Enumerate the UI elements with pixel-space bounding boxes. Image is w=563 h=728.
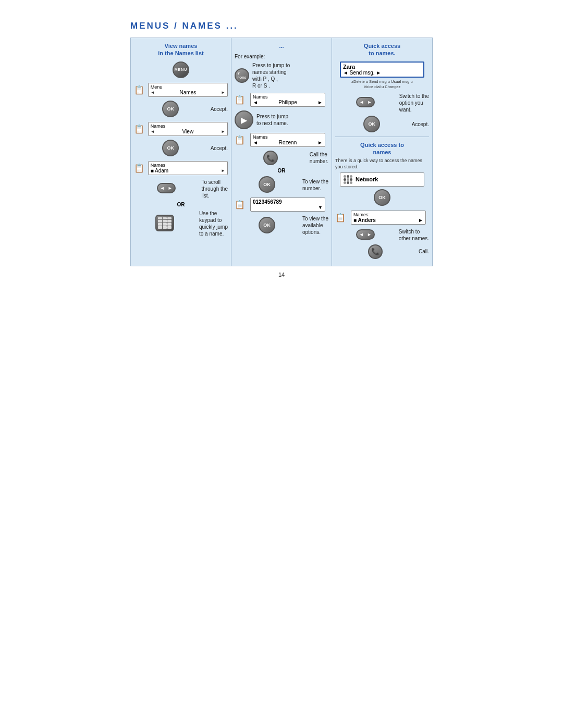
accept3-label: Accept. — [412, 121, 429, 128]
arrow-right4: ► — [317, 100, 323, 105]
book-icon2: 📋 — [134, 123, 145, 134]
view-number-label: To view the number. — [302, 178, 328, 192]
pqrs-button[interactable]: 7PQRS — [235, 68, 249, 83]
menu-label: MENU — [175, 68, 188, 71]
pqrs-row: 7PQRS Press to jump tonames startingwith… — [235, 62, 328, 89]
accept3-row: OK Accept. — [335, 116, 429, 133]
number-box: 0123456789 ▼ — [250, 198, 325, 212]
kd11 — [163, 226, 167, 229]
jump-next-button[interactable]: ▶ — [235, 110, 253, 129]
names-box-adam: Names ■ Adam ► — [148, 161, 228, 175]
menu-button[interactable]: MENU — [173, 61, 189, 78]
keypad-row: Use thekeypad toquickly jumpto a name. — [134, 210, 228, 237]
arrow-left2: ◄ — [151, 129, 155, 134]
arrow-right1: ► — [221, 90, 225, 95]
view-number-button[interactable]: OK — [259, 176, 275, 193]
call-row: 📞 Call the number. — [235, 151, 328, 165]
jump-next-label: Press to jumpto next name. — [256, 113, 288, 127]
kd7 — [158, 223, 162, 226]
names-box1: Menu ◄ Names ► — [148, 83, 228, 97]
book-icon6: 📋 — [235, 200, 245, 209]
kd1 — [158, 217, 162, 220]
col1: View names in the Names list MENU 📋 Menu… — [131, 38, 231, 266]
names-value5: Rozenn — [279, 140, 297, 145]
kd6 — [167, 220, 172, 223]
page-number: 14 — [130, 272, 433, 278]
nav-right-icon: ► — [168, 186, 173, 191]
accept3-button[interactable]: OK — [363, 116, 380, 132]
for-example: For example: — [235, 54, 328, 59]
nd6 — [350, 178, 352, 181]
kd2 — [163, 217, 167, 220]
book-icon5: 📋 — [235, 135, 245, 145]
names-view-row: 📋 Names ◄ View ► — [134, 121, 228, 137]
arrow-left5: ◄ — [253, 140, 258, 145]
pqrs-label: 7PQRS — [237, 71, 246, 80]
nd1 — [344, 175, 346, 178]
nd9 — [350, 181, 352, 184]
quick-desc: There is a quick way to access the names… — [335, 158, 429, 170]
page-title: MENUS / NAMES ... — [130, 21, 433, 31]
accept2-button[interactable]: OK — [162, 140, 179, 156]
accept1-row: OK Accept. — [134, 101, 228, 118]
view-options-label: To view the available options. — [302, 215, 328, 236]
arrow-left4: ◄ — [253, 100, 258, 105]
names-value-anders: ■ Anders — [353, 217, 376, 223]
book-icon1: 📋 — [134, 84, 145, 95]
press-jump-label: Press to jump tonames startingwith P , Q… — [252, 62, 290, 89]
scroll-label: To scrollthrough thelist. — [201, 179, 228, 199]
switch-names-button[interactable]: ◄ ► — [356, 229, 375, 240]
names-box-view: Names ◄ View ► — [148, 122, 228, 136]
nav-lr-button[interactable]: ◄ ► — [157, 183, 176, 193]
names-title-anders: Names: — [353, 212, 370, 217]
columns-wrapper: View names in the Names list MENU 📋 Menu… — [130, 38, 433, 266]
quick-access-header2: Quick access to names — [335, 141, 429, 156]
cursor1: ■ Adam — [151, 168, 168, 174]
nd2 — [347, 175, 349, 178]
nav-right3: ► — [367, 232, 372, 237]
zara-name: Zara — [343, 64, 421, 70]
zara-send-row: ◄ Send msg. ► — [343, 70, 421, 76]
kd9 — [167, 223, 172, 226]
zara-box: Zara ◄ Send msg. ► — [340, 61, 424, 78]
col1-header: View names in the Names list — [134, 42, 228, 57]
names-value4: Philippe — [278, 100, 297, 105]
kd10 — [158, 226, 162, 229]
network-label: Network — [356, 176, 378, 182]
network-box: Network — [340, 172, 424, 187]
view-options-button[interactable]: OK — [259, 217, 275, 233]
nav-left3: ◄ — [359, 232, 364, 237]
names-box-philippe: Names ◄ Philippe ► — [250, 93, 325, 107]
call-button[interactable]: 📞 — [263, 151, 278, 165]
col3-header1: Quick access to names. — [335, 42, 429, 57]
book-icon3: 📋 — [134, 162, 145, 174]
names-anders-row: 📋 Names: ■ Anders ► — [335, 209, 429, 226]
nav-scroll-row: ◄ ► To scrollthrough thelist. — [134, 179, 228, 199]
or2: OR — [235, 168, 328, 174]
network-ok-button[interactable]: OK — [374, 189, 390, 206]
nav-left2: ◄ — [359, 100, 364, 105]
page: MENUS / NAMES ... View names in the Name… — [120, 10, 443, 288]
final-call-row: 📞 Call. — [335, 244, 429, 259]
arrow-right2: ► — [221, 129, 225, 134]
kd12 — [167, 226, 172, 229]
switch-option-label: Switch to the option you want. — [399, 93, 429, 113]
accept1-button[interactable]: OK — [162, 101, 179, 117]
nd8 — [347, 181, 349, 184]
book-icon4: 📋 — [235, 95, 245, 105]
zara-send: ◄ Send msg. ► — [343, 70, 381, 76]
col2-header: ... — [235, 42, 328, 50]
col2: ... For example: 7PQRS Press to jump ton… — [231, 38, 332, 266]
nav-right2: ► — [367, 100, 372, 105]
names-label3: Names — [151, 163, 166, 168]
section-divider — [335, 137, 429, 137]
names-philippe-row: 📋 Names ◄ Philippe ► — [235, 92, 328, 108]
switch-option-button[interactable]: ◄ ► — [356, 97, 375, 107]
arrow-right-anders: ► — [418, 217, 423, 223]
keypad-button[interactable] — [155, 215, 174, 231]
final-call-button[interactable]: 📞 — [368, 244, 383, 259]
accept2-row: OK Accept. — [134, 140, 228, 157]
names-box-rozenn: Names ◄ Rozenn ► — [250, 133, 325, 147]
col3: Quick access to names. Zara ◄ Send msg. … — [332, 38, 432, 266]
kd5 — [163, 220, 167, 223]
